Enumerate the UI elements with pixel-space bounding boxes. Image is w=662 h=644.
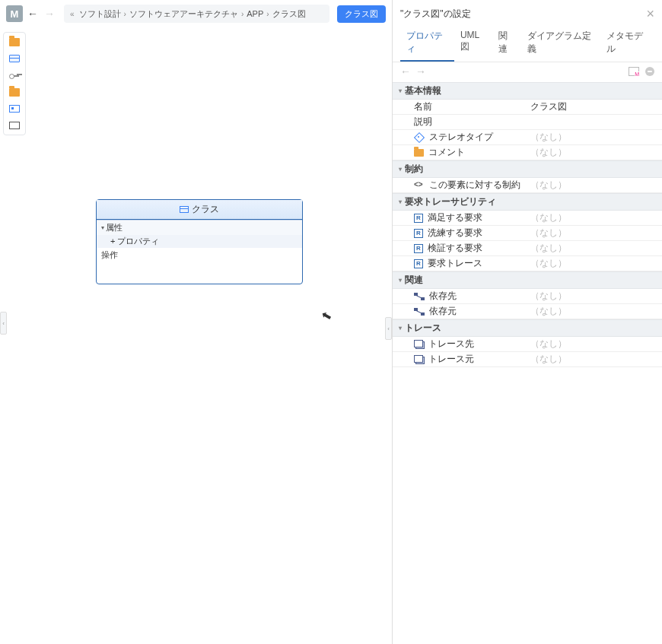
section-relation[interactable]: ▾関連 bbox=[393, 271, 662, 289]
app-badge[interactable]: M bbox=[6, 5, 23, 22]
chevron-right-icon: › bbox=[241, 10, 243, 18]
prop-trace-from-value[interactable]: （なし） bbox=[526, 352, 662, 366]
panel-back-icon[interactable]: ← bbox=[400, 65, 411, 78]
prop-depend-to-value[interactable]: （なし） bbox=[526, 289, 662, 303]
nav-back-button[interactable]: ← bbox=[26, 7, 40, 21]
requirement-icon: R bbox=[414, 229, 423, 238]
prop-reqtrace-label: R要求トレース bbox=[393, 256, 526, 271]
collapse-triangle-icon: ▾ bbox=[399, 166, 402, 173]
prop-refine-value[interactable]: （なし） bbox=[526, 226, 662, 240]
collapse-triangle-icon: ▾ bbox=[399, 277, 402, 284]
model-link-icon[interactable] bbox=[629, 67, 639, 76]
prop-trace-to-value[interactable]: （なし） bbox=[526, 337, 662, 351]
prop-reqtrace-value[interactable]: （なし） bbox=[526, 256, 662, 271]
section-title: 基本情報 bbox=[405, 85, 441, 97]
requirement-icon: R bbox=[414, 244, 423, 253]
attributes-section[interactable]: ▾ 属性 bbox=[97, 220, 302, 235]
section-title: 制約 bbox=[405, 163, 423, 175]
prop-description-value[interactable] bbox=[526, 121, 662, 124]
requirement-icon: R bbox=[414, 214, 423, 223]
uml-class-element[interactable]: クラス ▾ 属性 + プロパティ 操作 bbox=[96, 199, 303, 284]
prop-verify-value[interactable]: （なし） bbox=[526, 241, 662, 255]
diagram-type-tag[interactable]: クラス図 bbox=[337, 5, 386, 23]
top-toolbar: M ← → « ソフト設計 › ソフトウェアアーキテクチャ › APP › クラ… bbox=[0, 0, 392, 27]
section-req-trace[interactable]: ▾要求トレーサビリティ bbox=[393, 193, 662, 211]
navigate-icon[interactable] bbox=[645, 67, 654, 76]
prop-depend-to-label: 依存先 bbox=[393, 289, 526, 303]
class-body-empty[interactable] bbox=[97, 262, 302, 284]
breadcrumb-item[interactable]: クラス図 bbox=[272, 8, 306, 20]
folder-icon bbox=[414, 149, 424, 157]
chevron-right-icon: › bbox=[266, 10, 269, 18]
tab-metamodel[interactable]: メタモデル bbox=[600, 25, 654, 62]
panel-forward-icon[interactable]: → bbox=[415, 65, 426, 78]
brackets-icon bbox=[414, 181, 425, 190]
operations-section[interactable]: 操作 bbox=[97, 248, 302, 262]
prop-satisfy-value[interactable]: （なし） bbox=[526, 211, 662, 225]
dependency-icon bbox=[414, 308, 425, 316]
prop-comment-label: コメント bbox=[393, 145, 526, 160]
prop-depend-from-label: 依存元 bbox=[393, 304, 526, 319]
prop-stereotype-label: ステレオタイプ bbox=[393, 130, 526, 144]
tab-uml[interactable]: UML図 bbox=[454, 25, 492, 62]
section-constraint[interactable]: ▾制約 bbox=[393, 160, 662, 178]
breadcrumb-overflow-icon[interactable]: « bbox=[70, 10, 75, 18]
right-panel-collapse-handle[interactable]: ‹ bbox=[385, 317, 392, 340]
section-title: 要求トレーサビリティ bbox=[405, 196, 496, 208]
section-basic-info[interactable]: ▾基本情報 bbox=[393, 82, 662, 100]
breadcrumb-item[interactable]: APP bbox=[247, 9, 263, 18]
panel-tabs: プロパティ UML図 関連 ダイアグラム定義 メタモデル bbox=[393, 25, 662, 62]
prop-description-label: 説明 bbox=[393, 115, 526, 129]
operations-label: 操作 bbox=[101, 250, 118, 259]
prop-trace-from-label: トレース元 bbox=[393, 352, 526, 366]
collapse-triangle-icon: ▾ bbox=[399, 87, 402, 94]
prop-trace-to-label: トレース先 bbox=[393, 337, 526, 351]
prop-constraint-label: この要素に対する制約 bbox=[393, 178, 526, 192]
breadcrumb-item[interactable]: ソフト設計 bbox=[79, 8, 121, 20]
prop-refine-label: R洗練する要求 bbox=[393, 226, 526, 240]
nav-forward-button[interactable]: → bbox=[43, 7, 56, 21]
tag-icon bbox=[414, 133, 425, 142]
close-button[interactable]: × bbox=[646, 6, 654, 22]
panel-title: "クラス図"の設定 bbox=[400, 8, 471, 21]
breadcrumb-item[interactable]: ソフトウェアアーキテクチャ bbox=[129, 8, 238, 20]
section-title: トレース bbox=[405, 322, 441, 334]
collapse-triangle-icon: ▾ bbox=[101, 224, 104, 231]
collapse-triangle-icon: ▾ bbox=[399, 198, 402, 205]
diagram-canvas[interactable]: クラス ▾ 属性 + プロパティ 操作 ⬉ bbox=[0, 27, 392, 644]
mouse-cursor-icon: ⬉ bbox=[320, 308, 333, 325]
class-header[interactable]: クラス bbox=[97, 200, 302, 220]
prop-name-label: 名前 bbox=[393, 100, 526, 114]
prop-stereotype-value[interactable]: （なし） bbox=[526, 130, 662, 144]
class-icon bbox=[180, 206, 189, 213]
prop-satisfy-label: R満足する要求 bbox=[393, 211, 526, 225]
prop-depend-from-value[interactable]: （なし） bbox=[526, 304, 662, 319]
breadcrumb[interactable]: « ソフト設計 › ソフトウェアアーキテクチャ › APP › クラス図 bbox=[64, 5, 329, 23]
section-title: 関連 bbox=[405, 274, 423, 286]
chevron-right-icon: › bbox=[124, 10, 126, 18]
prop-comment-value[interactable]: （なし） bbox=[526, 145, 662, 160]
panel-nav: ← → bbox=[400, 65, 426, 78]
dependency-icon bbox=[414, 293, 425, 300]
left-panel-collapse-handle[interactable]: ‹ bbox=[0, 312, 7, 335]
property-item[interactable]: + プロパティ bbox=[97, 235, 302, 248]
collapse-triangle-icon: ▾ bbox=[399, 325, 402, 332]
class-name-label: クラス bbox=[192, 203, 219, 216]
prop-name-value[interactable]: クラス図 bbox=[526, 100, 662, 114]
prop-constraint-value[interactable]: （なし） bbox=[526, 178, 662, 192]
section-trace[interactable]: ▾トレース bbox=[393, 319, 662, 337]
tab-diagram-def[interactable]: ダイアグラム定義 bbox=[521, 25, 600, 62]
trace-icon bbox=[414, 355, 424, 363]
tab-properties[interactable]: プロパティ bbox=[400, 25, 454, 62]
requirement-icon: R bbox=[414, 259, 423, 268]
prop-verify-label: R検証する要求 bbox=[393, 241, 526, 255]
properties-panel: "クラス図"の設定 × プロパティ UML図 関連 ダイアグラム定義 メタモデル… bbox=[392, 0, 662, 644]
tab-relations[interactable]: 関連 bbox=[492, 25, 521, 62]
trace-icon bbox=[414, 340, 424, 348]
attributes-label: 属性 bbox=[106, 222, 123, 233]
